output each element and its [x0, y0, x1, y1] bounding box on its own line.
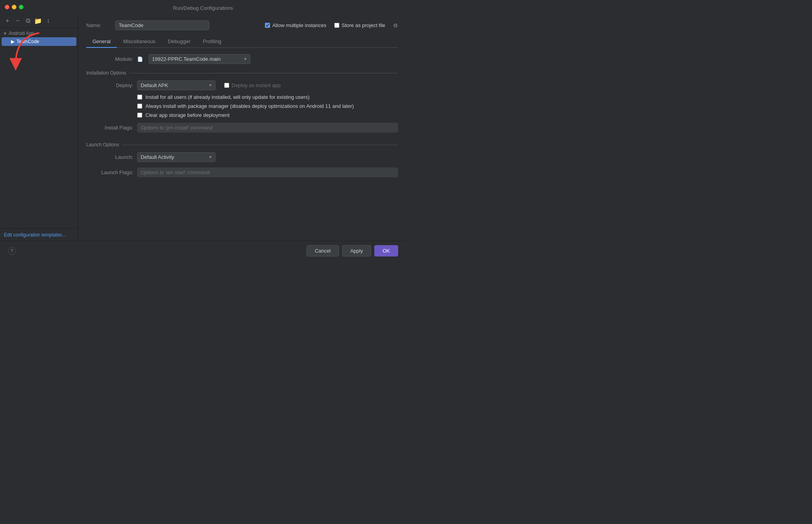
add-config-button[interactable]: + [3, 16, 12, 25]
android-app-group-label: Android App [9, 31, 34, 36]
always-install-option: Always install with package manager (dis… [86, 103, 398, 109]
always-install-label: Always install with package manager (dis… [145, 103, 354, 109]
clear-storage-checkbox[interactable] [137, 113, 142, 118]
config-tree: ▼ Android App ▶ TeamCode [0, 28, 78, 228]
launch-options-header: Launch Options [86, 142, 398, 147]
tree-group-android-app: ▼ Android App [0, 29, 78, 37]
edit-templates-link[interactable]: Edit configuration templates... [4, 232, 66, 238]
sort-icon: ↕ [47, 17, 50, 24]
folder-button[interactable]: 📁 [34, 16, 42, 25]
chevron-down-icon: ▼ [3, 31, 7, 36]
install-flags-input[interactable] [137, 123, 398, 133]
android-run-icon: ▶ [11, 39, 14, 44]
module-file-icon: 📄 [137, 56, 143, 62]
module-select-wrapper: 📄 19922-PPRC.TeamCode.main ▼ [137, 54, 250, 64]
install-all-users-option: Install for all users (if already instal… [86, 94, 398, 100]
header-checkboxes: Allow multiple instances Store as projec… [265, 22, 398, 29]
name-row: Name: Allow multiple instances Store as … [86, 20, 398, 30]
tree-item-label: TeamCode [16, 39, 39, 44]
module-row: Module: 📄 19922-PPRC.TeamCode.main ▼ [86, 54, 398, 64]
bottom-bar: ? Cancel Apply OK [0, 241, 406, 262]
tab-bar: General Miscellaneous Debugger Profiling [86, 36, 398, 48]
deploy-instant-label[interactable]: Deploy as instant app [224, 82, 281, 88]
deploy-select-wrapper: Default APK APK from app bundle Nothing … [137, 80, 216, 90]
sort-button[interactable]: ↕ [44, 16, 53, 25]
always-install-checkbox[interactable] [137, 104, 142, 109]
deploy-select[interactable]: Default APK APK from app bundle Nothing [137, 80, 216, 90]
folder-icon: 📁 [34, 17, 42, 25]
deploy-label: Deploy: [86, 82, 133, 88]
plus-icon: + [5, 17, 9, 24]
launch-flags-row: Launch Flags: [86, 167, 398, 177]
maximize-button[interactable] [19, 5, 24, 9]
right-panel: Name: Allow multiple instances Store as … [78, 14, 406, 241]
installation-options-header: Installation Options [86, 70, 398, 76]
launch-flags-input[interactable] [137, 167, 398, 177]
name-input[interactable] [115, 20, 209, 30]
launch-select[interactable]: Default Activity Specified Activity Noth… [137, 152, 216, 162]
allow-multiple-checkbox-label[interactable]: Allow multiple instances [265, 22, 326, 28]
module-select[interactable]: 19922-PPRC.TeamCode.main [149, 54, 250, 64]
allow-multiple-label: Allow multiple instances [272, 22, 326, 28]
launch-row: Launch: Default Activity Specified Activ… [86, 152, 398, 162]
tree-item-teamcode[interactable]: ▶ TeamCode [2, 37, 76, 46]
gear-icon[interactable]: ⚙ [393, 22, 398, 29]
install-flags-row: Install Flags: [86, 123, 398, 133]
left-toolbar: + − ⧉ 📁 ↕ [0, 14, 78, 28]
left-footer: Edit configuration templates... [0, 228, 78, 241]
store-as-project-checkbox-label[interactable]: Store as project file [334, 22, 385, 28]
install-flags-label: Install Flags: [86, 125, 133, 131]
tab-miscellaneous[interactable]: Miscellaneous [117, 36, 161, 48]
store-as-project-label: Store as project file [342, 22, 385, 28]
tab-debugger[interactable]: Debugger [162, 36, 197, 48]
install-all-users-checkbox[interactable] [137, 95, 142, 100]
module-label: Module: [86, 56, 133, 62]
tab-profiling[interactable]: Profiling [197, 36, 228, 48]
name-label: Name: [86, 22, 106, 28]
minimize-button[interactable] [12, 5, 16, 9]
close-button[interactable] [5, 5, 9, 9]
launch-label: Launch: [86, 154, 133, 160]
window-title: Run/Debug Configurations [173, 5, 233, 11]
tab-general[interactable]: General [86, 36, 117, 48]
clear-storage-option: Clear app storage before deployment [86, 112, 398, 118]
minus-icon: − [16, 17, 19, 24]
clear-storage-label: Clear app storage before deployment [145, 112, 230, 118]
deploy-row: Deploy: Default APK APK from app bundle … [86, 80, 398, 90]
store-as-project-checkbox[interactable] [334, 23, 339, 28]
remove-config-button[interactable]: − [13, 16, 22, 25]
deploy-instant-checkbox[interactable] [224, 83, 229, 88]
apply-button[interactable]: Apply [342, 245, 372, 257]
install-all-users-label: Install for all users (if already instal… [145, 94, 310, 100]
ok-button[interactable]: OK [374, 245, 398, 257]
cancel-button[interactable]: Cancel [306, 245, 339, 257]
launch-select-wrapper: Default Activity Specified Activity Noth… [137, 152, 216, 162]
allow-multiple-checkbox[interactable] [265, 23, 270, 28]
copy-config-button[interactable]: ⧉ [24, 16, 32, 25]
help-button[interactable]: ? [8, 247, 16, 255]
launch-flags-label: Launch Flags: [86, 169, 133, 175]
copy-icon: ⧉ [26, 17, 30, 24]
